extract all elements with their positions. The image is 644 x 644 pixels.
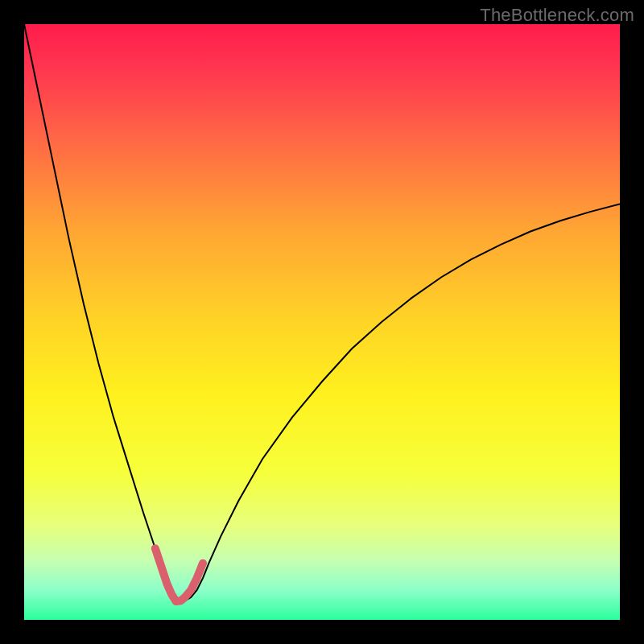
gradient-background: [24, 24, 620, 620]
watermark-text: TheBottleneck.com: [480, 5, 634, 26]
plot-area: [24, 24, 620, 620]
chart-frame: TheBottleneck.com: [0, 0, 644, 644]
bottleneck-chart: [24, 24, 620, 620]
